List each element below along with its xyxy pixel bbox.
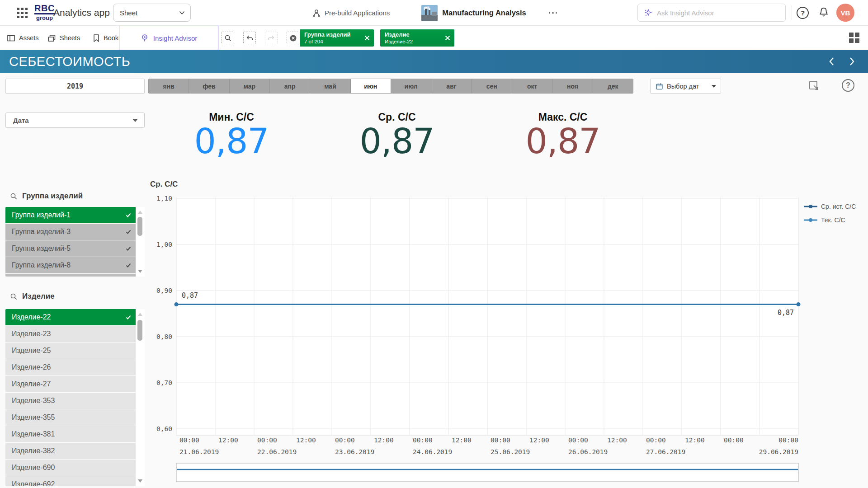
list-item[interactable]: Группа изделий-8	[5, 257, 136, 273]
month-button[interactable]: янв	[149, 79, 189, 93]
month-button[interactable]: сен	[472, 79, 512, 93]
previous-sheet-icon[interactable]	[826, 56, 837, 67]
list-item[interactable]: Изделие-23	[5, 326, 136, 342]
search-input[interactable]	[657, 9, 781, 17]
chip-remove-icon[interactable]	[364, 35, 370, 41]
list-item[interactable]: Изделие-692	[5, 476, 136, 486]
sheet-selector-dropdown[interactable]: Sheet	[113, 4, 191, 22]
month-button[interactable]: авг	[431, 79, 472, 93]
next-sheet-icon[interactable]	[846, 56, 857, 67]
redo-selection-button[interactable]	[265, 32, 278, 44]
product-list-title: Изделие	[22, 292, 55, 301]
month-button[interactable]: июн	[351, 79, 391, 93]
x-axis-date-label: 25.06.2019	[491, 448, 530, 455]
avatar-initials: VB	[841, 9, 850, 17]
selection-chip[interactable]: ИзделиеИзделие-22	[380, 29, 454, 47]
clear-selections-button[interactable]	[287, 32, 299, 44]
date-picker-button[interactable]: Выбор дат	[650, 79, 721, 94]
legend-marker-dot	[809, 218, 812, 222]
checkmark-icon	[125, 229, 132, 235]
list-item[interactable]: Изделие-355	[5, 409, 136, 426]
list-item[interactable]: Изделие-27	[5, 376, 136, 392]
data-point-start[interactable]	[175, 302, 179, 306]
insight-advisor-button[interactable]: Insight Advisor	[119, 26, 218, 50]
selections-tool-icon[interactable]	[808, 80, 820, 92]
list-item[interactable]: Изделие-25	[5, 343, 136, 359]
scroll-down-icon[interactable]	[138, 270, 142, 273]
smart-search-button[interactable]	[222, 32, 234, 44]
scroll-thumb[interactable]	[137, 217, 142, 236]
list-item[interactable]: Группа изделий-5	[5, 240, 136, 257]
year-filter-box[interactable]	[5, 79, 145, 94]
x-axis-date-label: 23.06.2019	[335, 448, 374, 455]
search-icon[interactable]	[10, 192, 18, 200]
list-item[interactable]: Изделие-381	[5, 426, 136, 442]
list-item[interactable]: Изделие-382	[5, 443, 136, 459]
month-button[interactable]: ноя	[552, 79, 593, 93]
scroll-thumb[interactable]	[137, 320, 142, 341]
prebuild-applications-link[interactable]: Pre-build Applications	[312, 9, 390, 18]
legend-label[interactable]: Ср. ист. С/С	[821, 203, 856, 210]
app-menu-icon[interactable]	[17, 8, 28, 18]
kpi-block: Ср. С/С0,87	[316, 111, 478, 160]
selection-chip[interactable]: Группа изделий7 of 204	[300, 29, 374, 47]
month-button[interactable]: мар	[230, 79, 270, 93]
sheet-layout-grid-icon[interactable]	[849, 33, 860, 43]
kpi-block: Мин. С/С0,87	[150, 111, 313, 160]
group-list-scrollbar[interactable]	[136, 207, 145, 277]
chart-title: Ср. С/С	[150, 180, 178, 188]
sheet-title: СЕБЕСТОИМОСТЬ	[9, 54, 130, 69]
scroll-up-icon[interactable]	[138, 313, 142, 316]
scroll-up-icon[interactable]	[138, 211, 142, 214]
list-item[interactable]: Изделие-26	[5, 359, 136, 375]
assets-button[interactable]: Assets	[7, 26, 39, 50]
legend-label[interactable]: Тек. С/С	[821, 216, 845, 224]
chip-remove-icon[interactable]	[445, 35, 450, 41]
kpi-value: 0,87	[316, 123, 478, 160]
x-axis-time-label: 00:00	[568, 436, 588, 444]
avatar[interactable]: VB	[836, 4, 854, 22]
x-axis-date-label: 29.06.2019	[759, 448, 798, 455]
app-thumbnail[interactable]	[421, 5, 438, 21]
range-navigator[interactable]	[176, 463, 798, 482]
more-options-icon[interactable]	[546, 9, 560, 17]
x-axis-date-label: 21.06.2019	[179, 448, 219, 455]
sheet-title-bar: СЕБЕСТОИМОСТЬ	[0, 50, 868, 73]
y-axis-tick-label: 0,70	[156, 379, 172, 386]
list-item-label: Группа изделий-3	[12, 228, 71, 235]
insight-advisor-search[interactable]	[637, 4, 786, 22]
month-button[interactable]: окт	[512, 79, 552, 93]
month-button[interactable]: дек	[593, 79, 633, 93]
month-button[interactable]: апр	[270, 79, 310, 93]
list-item[interactable]: Изделие-690	[5, 460, 136, 476]
list-item[interactable]: Группа изделий-1	[5, 207, 136, 223]
insight-advisor-label: Insight Advisor	[153, 34, 198, 42]
data-point-end[interactable]	[797, 302, 801, 306]
month-button[interactable]: июл	[391, 79, 431, 93]
help-icon[interactable]: ?	[797, 7, 809, 19]
month-button[interactable]: фев	[189, 79, 229, 93]
year-input[interactable]	[6, 79, 144, 93]
search-icon[interactable]	[10, 293, 18, 300]
sheet-canvas: янвфевмарапрмайиюниюлавгсеноктноядек Выб…	[0, 73, 868, 488]
month-button[interactable]: май	[310, 79, 350, 93]
list-item[interactable]: Изделие-22	[5, 309, 136, 325]
list-item[interactable]: Группа изделий-3	[5, 224, 136, 240]
scroll-down-icon[interactable]	[138, 479, 142, 483]
y-axis-tick-label: 0,60	[156, 425, 172, 432]
list-item-partial[interactable]	[5, 274, 136, 277]
x-axis-time-label: 12:00	[452, 436, 472, 444]
cost-line-chart[interactable]: 1,101,000,900,800,700,6000:0012:0021.06.…	[149, 178, 868, 488]
group-list-title: Группа изделий	[22, 192, 83, 201]
checkmark-icon	[125, 212, 132, 218]
month-selector: янвфевмарапрмайиюниюлавгсеноктноядек	[148, 79, 633, 94]
date-dropdown[interactable]: Дата	[5, 113, 145, 128]
list-item[interactable]: Изделие-353	[5, 393, 136, 409]
sheets-button[interactable]: Sheets	[47, 26, 80, 50]
product-list-scrollbar[interactable]	[136, 309, 145, 486]
x-axis-time-label: 12:00	[685, 436, 705, 444]
undo-selection-button[interactable]	[243, 32, 256, 44]
notifications-bell-icon[interactable]	[817, 6, 830, 19]
brand-logo: RBC group	[34, 4, 55, 21]
sheet-help-icon[interactable]: ?	[842, 79, 854, 92]
